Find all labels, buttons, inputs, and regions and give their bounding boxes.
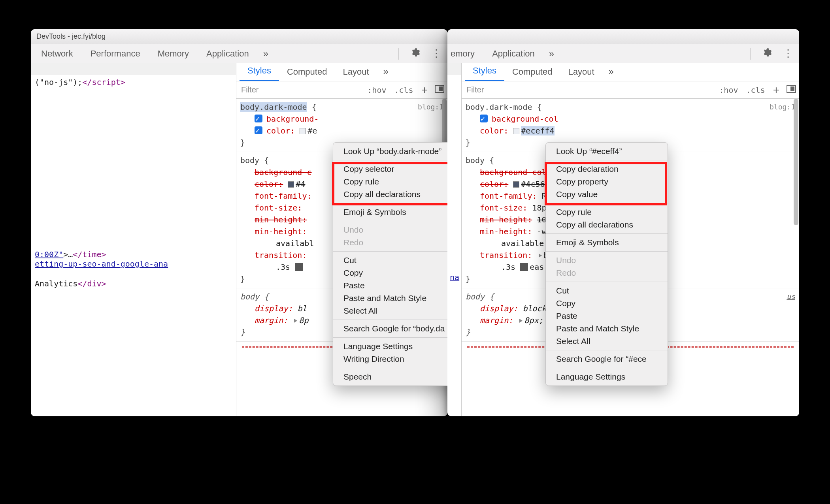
context-menu-2: Look Up “#eceff4” Copy declaration Copy … <box>545 142 668 386</box>
elements-link-fragment[interactable]: na <box>450 273 459 282</box>
styles-filter-input[interactable]: Filter <box>462 85 715 94</box>
subtab-computed[interactable]: Computed <box>504 63 560 81</box>
rule-selector[interactable]: body <box>466 292 485 301</box>
menu-item-paste[interactable]: Paste <box>333 279 447 292</box>
menu-item-paste-match[interactable]: Paste and Match Style <box>333 292 447 305</box>
menu-item-search[interactable]: Search Google for “body.da <box>333 322 447 335</box>
rule-selector[interactable]: body <box>466 156 485 165</box>
window-titlebar <box>447 29 799 44</box>
checkbox-icon[interactable] <box>480 115 488 122</box>
menu-item-cut[interactable]: Cut <box>333 254 447 267</box>
menu-item-copy[interactable]: Copy <box>546 297 668 310</box>
rule-selector[interactable]: body <box>240 156 259 165</box>
checkbox-icon[interactable] <box>255 126 262 134</box>
rule-source-link[interactable]: blog:1 <box>770 101 795 113</box>
context-menu-1: Look Up “body.dark-mode” Copy selector C… <box>333 142 447 386</box>
elements-highlight-row <box>447 63 461 75</box>
color-swatch-icon[interactable] <box>513 128 519 134</box>
tab-memory[interactable]: Memory <box>149 49 198 59</box>
new-style-button[interactable]: + <box>417 85 432 96</box>
elements-link[interactable]: etting-up-seo-and-google-ana <box>35 259 168 269</box>
expand-icon[interactable] <box>294 319 297 323</box>
menu-item-copy-rule[interactable]: Copy rule <box>546 206 668 218</box>
window-titlebar: DevTools - jec.fyi/blog <box>31 29 447 44</box>
css-prop[interactable]: background- <box>266 114 319 124</box>
bezier-icon[interactable] <box>520 263 528 271</box>
styles-subtabs: Styles Computed Layout » <box>236 63 447 81</box>
subtab-computed[interactable]: Computed <box>279 63 335 81</box>
checkbox-icon[interactable] <box>255 115 262 122</box>
tab-application[interactable]: Application <box>483 49 543 59</box>
menu-item-lang[interactable]: Language Settings <box>333 340 447 353</box>
expand-icon[interactable] <box>539 254 542 258</box>
menu-item-cut[interactable]: Cut <box>546 284 668 297</box>
menu-item-search[interactable]: Search Google for “#ece <box>546 353 668 365</box>
menu-item-lookup[interactable]: Look Up “body.dark-mode” <box>333 145 447 158</box>
menu-item-undo: Undo <box>333 224 447 236</box>
menu-item-paste-match[interactable]: Paste and Match Style <box>546 322 668 335</box>
menu-item-copy-rule[interactable]: Copy rule <box>333 175 447 188</box>
menu-item-select-all[interactable]: Select All <box>546 335 668 348</box>
elements-code-snippet-1: ("no-js");</script> <box>31 75 236 89</box>
menu-item-copy-selector[interactable]: Copy selector <box>333 163 447 175</box>
styles-filter-input[interactable]: Filter <box>236 85 363 94</box>
tab-performance[interactable]: Performance <box>82 49 149 59</box>
main-panel-tabs: emory Application » ⋮ <box>447 44 799 63</box>
menu-item-lookup[interactable]: Look Up “#eceff4” <box>546 145 668 158</box>
color-swatch-icon[interactable] <box>288 181 294 188</box>
menu-item-copy[interactable]: Copy <box>333 267 447 279</box>
kebab-menu-icon[interactable]: ⋮ <box>777 47 798 60</box>
rule-source-link[interactable]: blog:1 <box>418 101 443 113</box>
menu-item-lang[interactable]: Language Settings <box>546 370 668 383</box>
gear-icon[interactable] <box>756 47 777 60</box>
styles-scrollbar[interactable] <box>794 99 798 416</box>
menu-item-copy-declaration[interactable]: Copy declaration <box>546 163 668 175</box>
menu-item-redo: Redo <box>546 267 668 279</box>
subtab-styles[interactable]: Styles <box>465 62 504 81</box>
subtab-styles[interactable]: Styles <box>240 62 279 81</box>
cls-toggle[interactable]: .cls <box>390 85 417 95</box>
menu-item-emoji[interactable]: Emoji & Symbols <box>333 206 447 218</box>
styles-subtabs: Styles Computed Layout » <box>462 63 799 81</box>
menu-item-writedir[interactable]: Writing Direction <box>333 353 447 365</box>
subtabs-overflow-icon[interactable]: » <box>377 62 395 81</box>
css-value-highlighted[interactable]: #eceff4 <box>521 126 554 135</box>
menu-item-copy-all-decl[interactable]: Copy all declarations <box>546 218 668 231</box>
subtab-layout[interactable]: Layout <box>335 63 377 81</box>
new-style-button[interactable]: + <box>769 85 783 96</box>
rule-selector[interactable]: body.dark-mode <box>466 102 532 112</box>
pane-toggle-icon[interactable] <box>432 85 447 95</box>
main-tabs-overflow-icon[interactable]: » <box>543 48 560 59</box>
kebab-menu-icon[interactable]: ⋮ <box>426 47 446 60</box>
rule-selector[interactable]: body <box>240 292 259 301</box>
cls-toggle[interactable]: .cls <box>742 85 769 95</box>
elements-panel: ("no-js");</script> 0:00Z">…</time> etti… <box>31 63 236 416</box>
color-swatch-icon[interactable] <box>300 128 306 134</box>
pane-toggle-icon[interactable] <box>783 85 799 95</box>
menu-item-copy-all-decl[interactable]: Copy all declarations <box>333 188 447 201</box>
tab-application[interactable]: Application <box>198 49 258 59</box>
menu-item-select-all[interactable]: Select All <box>333 305 447 317</box>
subtab-layout[interactable]: Layout <box>560 63 602 81</box>
subtabs-overflow-icon[interactable]: » <box>602 62 620 81</box>
menu-item-copy-value[interactable]: Copy value <box>546 188 668 201</box>
bezier-icon[interactable] <box>295 263 303 271</box>
styles-filter-bar: Filter :hov .cls + <box>462 81 799 99</box>
elements-attr: 0:00Z" <box>35 250 63 259</box>
hov-toggle[interactable]: :hov <box>715 85 742 95</box>
main-tabs-overflow-icon[interactable]: » <box>258 48 274 59</box>
hov-toggle[interactable]: :hov <box>363 85 390 95</box>
tab-memory[interactable]: emory <box>449 49 483 59</box>
gear-icon[interactable] <box>404 47 426 60</box>
menu-item-paste[interactable]: Paste <box>546 310 668 322</box>
menu-item-undo: Undo <box>546 254 668 267</box>
rule-selector-highlighted[interactable]: body.dark-mode <box>240 102 307 112</box>
elements-close-tag: </script> <box>82 77 125 87</box>
expand-icon[interactable] <box>519 319 523 323</box>
styles-filter-bar: Filter :hov .cls + <box>236 81 447 99</box>
menu-item-copy-property[interactable]: Copy property <box>546 175 668 188</box>
tab-network[interactable]: Network <box>32 49 82 59</box>
menu-item-emoji[interactable]: Emoji & Symbols <box>546 236 668 249</box>
menu-item-speech[interactable]: Speech <box>333 370 447 383</box>
color-swatch-icon[interactable] <box>513 181 519 188</box>
